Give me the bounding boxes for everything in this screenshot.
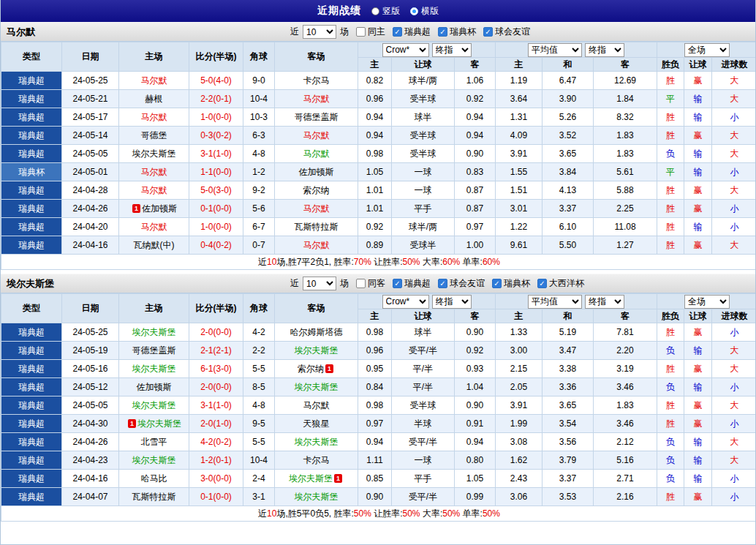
score-cell[interactable]: 3-1(1-0) <box>189 145 243 163</box>
home-team-cell[interactable]: 埃尔夫斯堡 <box>119 396 189 415</box>
avg-select[interactable]: 平均值 <box>528 295 582 309</box>
league-cell[interactable]: 瑞典超 <box>1 127 62 145</box>
league-filter-checkbox[interactable]: ✓球会友谊 <box>438 277 485 290</box>
away-team-cell[interactable]: 马尔默 <box>275 236 358 255</box>
score-cell[interactable]: 0-3(0-2) <box>189 127 243 145</box>
league-cell[interactable]: 瑞典超 <box>1 200 62 218</box>
same-venue-checkbox[interactable]: 同客 <box>356 277 385 290</box>
home-team-cell[interactable]: 马尔默 <box>119 72 189 90</box>
layout-radio[interactable]: 横版 <box>410 5 439 18</box>
odds-final-select[interactable]: 终指 <box>432 295 472 309</box>
home-team-cell[interactable]: 瓦纳默(中) <box>119 236 189 255</box>
away-team-cell[interactable]: 埃尔夫斯堡 <box>275 378 358 396</box>
league-cell[interactable]: 瑞典超 <box>1 470 62 488</box>
score-cell[interactable]: 2-2(0-1) <box>189 90 243 108</box>
away-team-cell[interactable]: 卡尔马 <box>275 72 358 90</box>
match-count-select[interactable]: 10 <box>303 25 336 39</box>
league-cell[interactable]: 瑞典超 <box>1 396 62 415</box>
league-cell[interactable]: 瑞典超 <box>1 108 62 127</box>
score-cell[interactable]: 2-0(0-0) <box>189 323 243 342</box>
home-team-cell[interactable]: 埃尔夫斯堡 <box>119 360 189 378</box>
league-cell[interactable]: 瑞典超 <box>1 415 62 433</box>
score-cell[interactable]: 2-1(2-1) <box>189 342 243 360</box>
home-team-cell[interactable]: 赫根 <box>119 90 189 108</box>
league-filter-checkbox[interactable]: ✓瑞典超 <box>393 26 431 38</box>
home-team-cell[interactable]: 埃尔夫斯堡 <box>119 145 189 163</box>
score-cell[interactable]: 3-0(0-0) <box>189 470 243 488</box>
avg-select[interactable]: 平均值 <box>528 43 582 57</box>
away-team-cell[interactable]: 佐加顿斯 <box>275 163 358 181</box>
league-cell[interactable]: 瑞典超 <box>1 236 62 255</box>
away-team-cell[interactable]: 埃尔夫斯堡 <box>275 342 358 360</box>
league-cell[interactable]: 瑞典超 <box>1 218 62 236</box>
home-team-cell[interactable]: 瓦斯特拉斯 <box>119 488 189 506</box>
score-cell[interactable]: 2-0(1-0) <box>189 415 243 433</box>
avg-final-select[interactable]: 终指 <box>585 295 624 309</box>
away-team-cell[interactable]: 马尔默 <box>275 145 358 163</box>
league-cell[interactable]: 瑞典超 <box>1 488 62 506</box>
away-team-cell[interactable]: 埃尔夫斯堡 <box>275 488 358 506</box>
league-filter-checkbox[interactable]: ✓瑞典杯 <box>492 277 530 290</box>
home-team-cell[interactable]: 马尔默 <box>119 218 189 236</box>
score-cell[interactable]: 2-0(0-0) <box>189 378 243 396</box>
away-team-cell[interactable]: 埃尔夫斯堡 <box>275 433 358 451</box>
league-cell[interactable]: 瑞典超 <box>1 378 62 396</box>
score-cell[interactable]: 6-1(3-0) <box>189 360 243 378</box>
away-team-cell[interactable]: 索尔纳1 <box>275 360 358 378</box>
score-cell[interactable]: 3-1(1-0) <box>189 396 243 415</box>
away-team-cell[interactable]: 天狼星 <box>275 415 358 433</box>
score-cell[interactable]: 0-1(0-0) <box>189 200 243 218</box>
league-cell[interactable]: 瑞典超 <box>1 451 62 470</box>
score-cell[interactable]: 1-1(0-0) <box>189 163 243 181</box>
league-cell[interactable]: 瑞典杯 <box>1 163 62 181</box>
home-team-cell[interactable]: 哈马比 <box>119 470 189 488</box>
league-cell[interactable]: 瑞典超 <box>1 90 62 108</box>
score-cell[interactable]: 1-0(0-0) <box>189 218 243 236</box>
home-team-cell[interactable]: 埃尔夫斯堡 <box>119 323 189 342</box>
score-cell[interactable]: 1-2(0-1) <box>189 451 243 470</box>
score-cell[interactable]: 0-1(0-0) <box>189 488 243 506</box>
home-team-cell[interactable]: 马尔默 <box>119 163 189 181</box>
home-team-cell[interactable]: 1埃尔夫斯堡 <box>119 415 189 433</box>
home-team-cell[interactable]: 埃尔夫斯堡 <box>119 451 189 470</box>
away-team-cell[interactable]: 索尔纳 <box>275 181 358 200</box>
league-filter-checkbox[interactable]: ✓瑞典超 <box>393 277 431 290</box>
league-cell[interactable]: 瑞典超 <box>1 433 62 451</box>
away-team-cell[interactable]: 马尔默 <box>275 127 358 145</box>
scope-select[interactable]: 全场 <box>684 295 730 309</box>
away-team-cell[interactable]: 马尔默 <box>275 200 358 218</box>
home-team-cell[interactable]: 1佐加顿斯 <box>119 200 189 218</box>
score-cell[interactable]: 5-0(3-0) <box>189 181 243 200</box>
home-team-cell[interactable]: 马尔默 <box>119 181 189 200</box>
home-team-cell[interactable]: 北雪平 <box>119 433 189 451</box>
away-team-cell[interactable]: 卡尔马 <box>275 451 358 470</box>
league-cell[interactable]: 瑞典超 <box>1 72 62 90</box>
league-filter-checkbox[interactable]: ✓球会友谊 <box>483 26 530 38</box>
away-team-cell[interactable]: 马尔默 <box>275 90 358 108</box>
avg-final-select[interactable]: 终指 <box>585 43 624 57</box>
away-team-cell[interactable]: 马尔默 <box>275 396 358 415</box>
away-team-cell[interactable]: 哈尔姆斯塔德 <box>275 323 358 342</box>
same-venue-checkbox[interactable]: 同主 <box>356 26 385 38</box>
score-cell[interactable]: 4-2(0-2) <box>189 433 243 451</box>
score-cell[interactable]: 1-0(0-0) <box>189 108 243 127</box>
odds-company-select[interactable]: Crow* <box>382 295 429 309</box>
league-cell[interactable]: 瑞典超 <box>1 342 62 360</box>
league-cell[interactable]: 瑞典超 <box>1 360 62 378</box>
league-cell[interactable]: 瑞典超 <box>1 145 62 163</box>
league-filter-checkbox[interactable]: ✓瑞典杯 <box>438 26 476 38</box>
away-team-cell[interactable]: 哥德堡盖斯 <box>275 108 358 127</box>
league-cell[interactable]: 瑞典超 <box>1 181 62 200</box>
score-cell[interactable]: 0-4(0-2) <box>189 236 243 255</box>
odds-final-select[interactable]: 终指 <box>432 43 472 57</box>
away-team-cell[interactable]: 瓦斯特拉斯 <box>275 218 358 236</box>
layout-radio[interactable]: 竖版 <box>371 5 400 18</box>
home-team-cell[interactable]: 佐加顿斯 <box>119 378 189 396</box>
score-cell[interactable]: 5-0(4-0) <box>189 72 243 90</box>
home-team-cell[interactable]: 马尔默 <box>119 108 189 127</box>
away-team-cell[interactable]: 埃尔夫斯堡1 <box>275 470 358 488</box>
scope-select[interactable]: 全场 <box>684 43 730 57</box>
match-count-select[interactable]: 10 <box>303 277 336 290</box>
home-team-cell[interactable]: 哥德堡 <box>119 127 189 145</box>
home-team-cell[interactable]: 哥德堡盖斯 <box>119 342 189 360</box>
